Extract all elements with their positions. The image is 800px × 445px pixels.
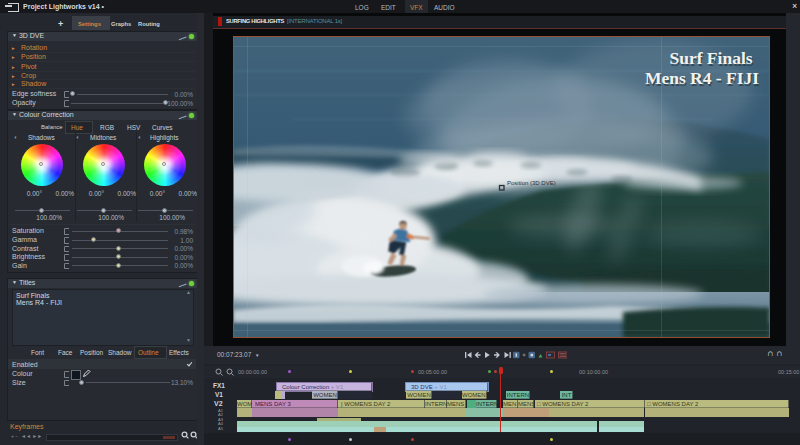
svg-text:Mens R4 - FIJI: Mens R4 - FIJI bbox=[645, 68, 759, 88]
svg-text:Position (3D DVE): Position (3D DVE) bbox=[507, 180, 556, 186]
svg-text:Surf Finals: Surf Finals bbox=[669, 48, 752, 68]
